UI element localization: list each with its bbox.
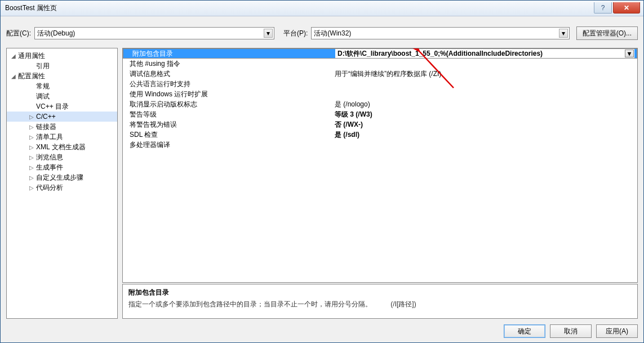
category-tree[interactable]: ◢通用属性引用◢配置属性常规调试VC++ 目录▷C/C++▷链接器▷清单工具▷X… (6, 48, 118, 319)
tree-item-label: 浏览信息 (36, 153, 63, 162)
property-pages-dialog: BoostTest 属性页 ? ✕ 配置(C): 活动(Debug) ▾ 平台(… (0, 0, 644, 343)
tree-item[interactable]: 常规 (7, 81, 117, 91)
button-row: 确定 取消 应用(A) (6, 319, 638, 338)
tree-item[interactable]: ◢配置属性 (7, 71, 117, 81)
tree-twisty-icon: ▷ (28, 124, 35, 130)
window-title: BoostTest 属性页 (5, 3, 57, 13)
titlebar-controls: ? ✕ (594, 3, 643, 14)
tree-twisty-icon: ▷ (28, 154, 35, 161)
property-name: 附加包含目录 (126, 49, 335, 59)
property-row[interactable]: SDL 检查是 (/sdl) (123, 130, 637, 140)
tree-twisty-icon: ▷ (28, 114, 35, 120)
platform-select[interactable]: 活动(Win32) ▾ (311, 27, 569, 39)
config-manager-button[interactable]: 配置管理器(O)... (576, 26, 638, 40)
description-title: 附加包含目录 (128, 288, 632, 297)
titlebar[interactable]: BoostTest 属性页 ? ✕ (1, 1, 643, 16)
tree-item-label: 生成事件 (36, 163, 63, 172)
body: ◢通用属性引用◢配置属性常规调试VC++ 目录▷C/C++▷链接器▷清单工具▷X… (6, 48, 638, 319)
platform-label: 平台(P): (283, 29, 308, 38)
property-row[interactable]: 使用 Windows 运行时扩展 (123, 89, 637, 99)
property-name: 取消显示启动版权标志 (123, 100, 332, 109)
close-button[interactable]: ✕ (613, 2, 640, 14)
tree-item-label: 代码分析 (36, 183, 63, 193)
ok-button[interactable]: 确定 (504, 324, 545, 338)
property-value: 等级 3 (/W3) (332, 110, 637, 119)
tree-item[interactable]: ▷代码分析 (7, 182, 117, 193)
property-value[interactable]: D:\软件\C_library\boost_1_55_0;%(Additiona… (335, 49, 634, 58)
property-row[interactable]: 其他 #using 指令 (123, 59, 637, 69)
property-name: 警告等级 (123, 110, 332, 119)
property-name: 将警告视为错误 (123, 120, 332, 130)
tree-twisty-icon: ◢ (10, 53, 17, 59)
property-value: 是 (/nologo) (332, 100, 637, 109)
tree-item-label: 清单工具 (36, 132, 63, 142)
tree-item-label: 引用 (36, 61, 50, 71)
tree-item-label: C/C++ (36, 113, 56, 121)
property-grid[interactable]: 附加包含目录D:\软件\C_library\boost_1_55_0;%(Add… (122, 48, 638, 283)
tree-twisty-icon: ▷ (28, 144, 35, 150)
config-select[interactable]: 活动(Debug) ▾ (34, 27, 274, 39)
help-button[interactable]: ? (594, 2, 612, 14)
tree-twisty-icon: ▷ (28, 134, 35, 140)
close-icon: ✕ (624, 4, 629, 12)
tree-item-label: 配置属性 (18, 72, 45, 81)
tree-item[interactable]: ▷XML 文档生成器 (7, 142, 117, 152)
property-value: 是 (/sdl) (332, 130, 637, 140)
tree-twisty-icon: ▷ (28, 175, 35, 181)
property-name: 公共语言运行时支持 (123, 79, 332, 89)
property-row[interactable]: 取消显示启动版权标志是 (/nologo) (123, 99, 637, 109)
description-pane: 附加包含目录 指定一个或多个要添加到包含路径中的目录；当目录不止一个时，请用分号… (122, 284, 638, 319)
content-area: 配置(C): 活动(Debug) ▾ 平台(P): 活动(Win32) ▾ 配置… (1, 16, 643, 342)
property-row[interactable]: 公共语言运行时支持 (123, 79, 637, 89)
tree-item[interactable]: ▷生成事件 (7, 162, 117, 172)
help-icon: ? (601, 4, 605, 12)
property-name: 调试信息格式 (123, 69, 332, 79)
tree-item-label: 通用属性 (18, 51, 45, 61)
property-name: 多处理器编译 (123, 140, 332, 150)
property-name: SDL 检查 (123, 130, 332, 140)
property-value: 用于“编辑并继续”的程序数据库 (/ZI) (332, 69, 637, 79)
tree-item-label: XML 文档生成器 (36, 142, 86, 152)
tree-item[interactable]: ▷清单工具 (7, 132, 117, 142)
tree-item[interactable]: ▷浏览信息 (7, 152, 117, 162)
property-row[interactable]: 将警告视为错误否 (/WX-) (123, 119, 637, 130)
tree-item-label: 调试 (36, 92, 50, 101)
chevron-down-icon[interactable]: ▾ (625, 50, 634, 57)
platform-value: 活动(Win32) (314, 29, 351, 38)
tree-item[interactable]: ▷链接器 (7, 122, 117, 132)
property-name: 其他 #using 指令 (123, 59, 332, 69)
property-name: 使用 Windows 运行时扩展 (123, 90, 332, 99)
tree-item[interactable]: VC++ 目录 (7, 101, 117, 112)
property-row[interactable]: 附加包含目录D:\软件\C_library\boost_1_55_0;%(Add… (123, 48, 637, 59)
right-pane: 附加包含目录D:\软件\C_library\boost_1_55_0;%(Add… (122, 48, 638, 319)
property-row[interactable]: 调试信息格式用于“编辑并继续”的程序数据库 (/ZI) (123, 69, 637, 79)
tree-item[interactable]: ◢通用属性 (7, 51, 117, 61)
config-row: 配置(C): 活动(Debug) ▾ 平台(P): 活动(Win32) ▾ 配置… (6, 26, 638, 40)
tree-item[interactable]: ▷自定义生成步骤 (7, 172, 117, 182)
apply-button[interactable]: 应用(A) (596, 324, 638, 338)
property-value: 否 (/WX-) (332, 120, 637, 130)
tree-item-label: 链接器 (36, 122, 56, 132)
tree-item[interactable]: ▷C/C++ (7, 112, 117, 122)
tree-twisty-icon: ◢ (10, 73, 17, 79)
property-row[interactable]: 警告等级等级 3 (/W3) (123, 109, 637, 119)
chevron-down-icon: ▾ (559, 29, 568, 38)
config-label: 配置(C): (6, 29, 31, 38)
property-row[interactable]: 多处理器编译 (123, 140, 637, 150)
tree-twisty-icon: ▷ (28, 164, 35, 171)
tree-twisty-icon: ▷ (28, 185, 35, 191)
tree-item-label: 自定义生成步骤 (36, 173, 83, 182)
tree-item-label: 常规 (36, 82, 50, 91)
chevron-down-icon: ▾ (264, 29, 273, 38)
tree-item[interactable]: 调试 (7, 91, 117, 101)
tree-item-label: VC++ 目录 (36, 102, 69, 112)
config-value: 活动(Debug) (37, 29, 75, 38)
tree-item[interactable]: 引用 (7, 61, 117, 71)
description-body: 指定一个或多个要添加到包含路径中的目录；当目录不止一个时，请用分号分隔。 (/I… (128, 300, 632, 309)
cancel-button[interactable]: 取消 (550, 324, 592, 338)
